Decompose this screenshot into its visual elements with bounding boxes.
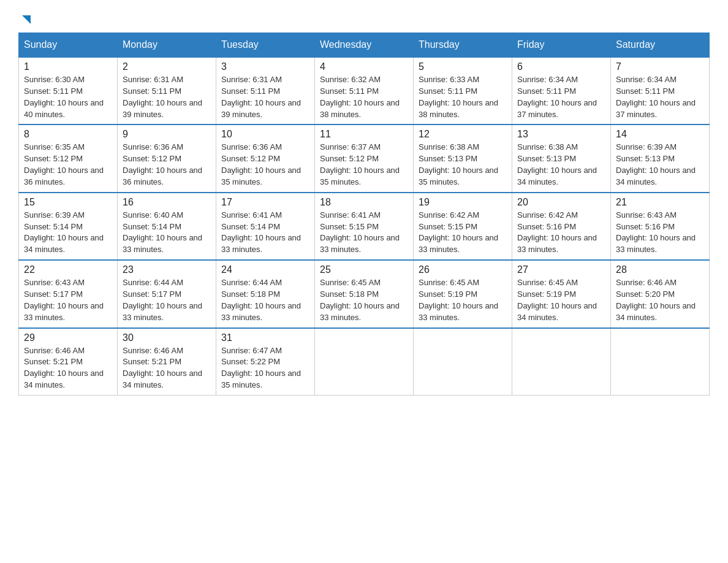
page-header <box>18 12 710 26</box>
calendar-cell: 28 Sunrise: 6:46 AMSunset: 5:20 PMDaylig… <box>611 260 710 327</box>
calendar-cell: 4 Sunrise: 6:32 AMSunset: 5:11 PMDayligh… <box>315 57 414 124</box>
header-tuesday: Tuesday <box>216 33 315 58</box>
calendar-cell: 13 Sunrise: 6:38 AMSunset: 5:13 PMDaylig… <box>512 124 611 192</box>
day-number: 13 <box>517 129 605 140</box>
day-info: Sunrise: 6:42 AMSunset: 5:15 PMDaylight:… <box>419 210 507 256</box>
day-info: Sunrise: 6:34 AMSunset: 5:11 PMDaylight:… <box>616 74 704 120</box>
day-info: Sunrise: 6:45 AMSunset: 5:19 PMDaylight:… <box>419 277 507 323</box>
day-number: 3 <box>221 61 309 72</box>
day-info: Sunrise: 6:31 AMSunset: 5:11 PMDaylight:… <box>221 74 309 120</box>
day-number: 20 <box>517 197 605 208</box>
day-number: 14 <box>616 129 704 140</box>
calendar-cell: 9 Sunrise: 6:36 AMSunset: 5:12 PMDayligh… <box>118 124 216 192</box>
calendar-cell: 14 Sunrise: 6:39 AMSunset: 5:13 PMDaylig… <box>611 124 710 192</box>
day-info: Sunrise: 6:40 AMSunset: 5:14 PMDaylight:… <box>123 210 211 256</box>
day-number: 25 <box>320 264 408 275</box>
calendar-header-row: SundayMondayTuesdayWednesdayThursdayFrid… <box>19 33 710 58</box>
day-info: Sunrise: 6:37 AMSunset: 5:12 PMDaylight:… <box>320 142 408 188</box>
week-row-1: 1 Sunrise: 6:30 AMSunset: 5:11 PMDayligh… <box>19 57 710 124</box>
calendar-cell: 30 Sunrise: 6:46 AMSunset: 5:21 PMDaylig… <box>118 328 216 396</box>
calendar-cell: 29 Sunrise: 6:46 AMSunset: 5:21 PMDaylig… <box>19 328 118 396</box>
calendar-cell <box>414 328 512 396</box>
day-info: Sunrise: 6:41 AMSunset: 5:14 PMDaylight:… <box>221 210 309 256</box>
logo <box>18 12 33 26</box>
day-number: 5 <box>419 61 507 72</box>
logo-arrow-icon <box>20 13 33 26</box>
day-number: 24 <box>221 264 309 275</box>
day-info: Sunrise: 6:45 AMSunset: 5:18 PMDaylight:… <box>320 277 408 323</box>
day-number: 21 <box>616 197 704 208</box>
calendar-cell: 10 Sunrise: 6:36 AMSunset: 5:12 PMDaylig… <box>216 124 315 192</box>
day-info: Sunrise: 6:46 AMSunset: 5:21 PMDaylight:… <box>24 345 112 391</box>
calendar-cell: 12 Sunrise: 6:38 AMSunset: 5:13 PMDaylig… <box>414 124 512 192</box>
header-monday: Monday <box>118 33 216 58</box>
day-info: Sunrise: 6:34 AMSunset: 5:11 PMDaylight:… <box>517 74 605 120</box>
day-number: 18 <box>320 197 408 208</box>
header-thursday: Thursday <box>414 33 512 58</box>
day-number: 1 <box>24 61 112 72</box>
calendar-cell <box>512 328 611 396</box>
day-number: 16 <box>123 197 211 208</box>
day-number: 12 <box>419 129 507 140</box>
day-info: Sunrise: 6:36 AMSunset: 5:12 PMDaylight:… <box>221 142 309 188</box>
calendar-cell: 21 Sunrise: 6:43 AMSunset: 5:16 PMDaylig… <box>611 193 710 260</box>
calendar-cell: 25 Sunrise: 6:45 AMSunset: 5:18 PMDaylig… <box>315 260 414 327</box>
day-number: 30 <box>123 332 211 343</box>
day-number: 23 <box>123 264 211 275</box>
day-info: Sunrise: 6:47 AMSunset: 5:22 PMDaylight:… <box>221 345 309 391</box>
day-info: Sunrise: 6:35 AMSunset: 5:12 PMDaylight:… <box>24 142 112 188</box>
calendar-cell: 23 Sunrise: 6:44 AMSunset: 5:17 PMDaylig… <box>118 260 216 327</box>
calendar-cell <box>611 328 710 396</box>
calendar-cell: 11 Sunrise: 6:37 AMSunset: 5:12 PMDaylig… <box>315 124 414 192</box>
day-info: Sunrise: 6:30 AMSunset: 5:11 PMDaylight:… <box>24 74 112 120</box>
calendar-cell: 16 Sunrise: 6:40 AMSunset: 5:14 PMDaylig… <box>118 193 216 260</box>
calendar-cell <box>315 328 414 396</box>
day-info: Sunrise: 6:45 AMSunset: 5:19 PMDaylight:… <box>517 277 605 323</box>
calendar-cell: 18 Sunrise: 6:41 AMSunset: 5:15 PMDaylig… <box>315 193 414 260</box>
day-info: Sunrise: 6:43 AMSunset: 5:16 PMDaylight:… <box>616 210 704 256</box>
calendar-cell: 24 Sunrise: 6:44 AMSunset: 5:18 PMDaylig… <box>216 260 315 327</box>
header-friday: Friday <box>512 33 611 58</box>
day-number: 22 <box>24 264 112 275</box>
day-number: 28 <box>616 264 704 275</box>
week-row-4: 22 Sunrise: 6:43 AMSunset: 5:17 PMDaylig… <box>19 260 710 327</box>
day-info: Sunrise: 6:43 AMSunset: 5:17 PMDaylight:… <box>24 277 112 323</box>
calendar-cell: 26 Sunrise: 6:45 AMSunset: 5:19 PMDaylig… <box>414 260 512 327</box>
day-number: 10 <box>221 129 309 140</box>
week-row-3: 15 Sunrise: 6:39 AMSunset: 5:14 PMDaylig… <box>19 193 710 260</box>
day-number: 26 <box>419 264 507 275</box>
day-info: Sunrise: 6:41 AMSunset: 5:15 PMDaylight:… <box>320 210 408 256</box>
day-info: Sunrise: 6:31 AMSunset: 5:11 PMDaylight:… <box>123 74 211 120</box>
day-number: 19 <box>419 197 507 208</box>
day-number: 4 <box>320 61 408 72</box>
day-info: Sunrise: 6:46 AMSunset: 5:20 PMDaylight:… <box>616 277 704 323</box>
day-info: Sunrise: 6:38 AMSunset: 5:13 PMDaylight:… <box>419 142 507 188</box>
week-row-5: 29 Sunrise: 6:46 AMSunset: 5:21 PMDaylig… <box>19 328 710 396</box>
calendar-cell: 17 Sunrise: 6:41 AMSunset: 5:14 PMDaylig… <box>216 193 315 260</box>
header-wednesday: Wednesday <box>315 33 414 58</box>
day-number: 2 <box>123 61 211 72</box>
calendar-cell: 6 Sunrise: 6:34 AMSunset: 5:11 PMDayligh… <box>512 57 611 124</box>
day-info: Sunrise: 6:32 AMSunset: 5:11 PMDaylight:… <box>320 74 408 120</box>
header-saturday: Saturday <box>611 33 710 58</box>
day-number: 17 <box>221 197 309 208</box>
day-info: Sunrise: 6:33 AMSunset: 5:11 PMDaylight:… <box>419 74 507 120</box>
calendar-cell: 19 Sunrise: 6:42 AMSunset: 5:15 PMDaylig… <box>414 193 512 260</box>
day-number: 6 <box>517 61 605 72</box>
day-number: 7 <box>616 61 704 72</box>
day-info: Sunrise: 6:44 AMSunset: 5:17 PMDaylight:… <box>123 277 211 323</box>
day-info: Sunrise: 6:44 AMSunset: 5:18 PMDaylight:… <box>221 277 309 323</box>
day-number: 29 <box>24 332 112 343</box>
calendar-cell: 1 Sunrise: 6:30 AMSunset: 5:11 PMDayligh… <box>19 57 118 124</box>
svg-marker-0 <box>22 15 31 24</box>
calendar-table: SundayMondayTuesdayWednesdayThursdayFrid… <box>18 33 710 396</box>
header-sunday: Sunday <box>19 33 118 58</box>
day-info: Sunrise: 6:42 AMSunset: 5:16 PMDaylight:… <box>517 210 605 256</box>
day-info: Sunrise: 6:39 AMSunset: 5:14 PMDaylight:… <box>24 210 112 256</box>
day-info: Sunrise: 6:38 AMSunset: 5:13 PMDaylight:… <box>517 142 605 188</box>
day-info: Sunrise: 6:39 AMSunset: 5:13 PMDaylight:… <box>616 142 704 188</box>
day-number: 8 <box>24 129 112 140</box>
day-number: 9 <box>123 129 211 140</box>
calendar-cell: 15 Sunrise: 6:39 AMSunset: 5:14 PMDaylig… <box>19 193 118 260</box>
day-info: Sunrise: 6:36 AMSunset: 5:12 PMDaylight:… <box>123 142 211 188</box>
